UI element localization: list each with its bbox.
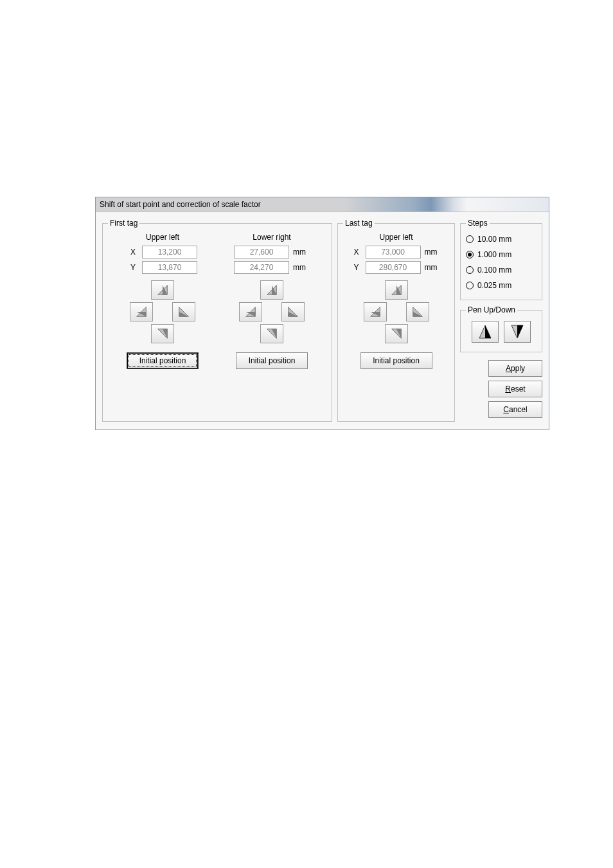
dialog-shift-start-point: Shift of start point and correction of s… (95, 197, 549, 430)
unit-mm: mm (293, 263, 310, 272)
first-lr-initial-position-button[interactable]: Initial position (236, 352, 308, 369)
arrow-right-button[interactable] (406, 302, 429, 321)
label-x: X (128, 248, 138, 257)
step-label: 0.025 mm (477, 281, 511, 290)
legend-pen: Pen Up/Down (466, 305, 517, 314)
step-option[interactable]: 10.00 mm (466, 231, 537, 247)
group-steps: Steps 10.00 mm1.000 mm0.100 mm0.025 mm (460, 219, 542, 300)
step-option[interactable]: 0.025 mm (466, 278, 537, 293)
apply-button[interactable]: Apply (488, 360, 542, 377)
arrow-down-button[interactable] (385, 324, 408, 343)
right-column: Steps 10.00 mm1.000 mm0.100 mm0.025 mm P… (460, 219, 542, 422)
arrow-right-button[interactable] (281, 302, 305, 321)
step-label: 1.000 mm (477, 250, 511, 259)
label-y: Y (351, 263, 362, 272)
header-upper-left: Upper left (379, 231, 413, 243)
pen-down-button[interactable] (504, 321, 531, 343)
arrow-down-button[interactable] (260, 324, 283, 343)
arrow-left-button[interactable] (364, 302, 387, 321)
arrow-up-button[interactable] (385, 280, 408, 300)
pen-up-button[interactable] (472, 321, 499, 343)
group-last-tag: Last tag Upper left X mm Y mm (337, 219, 455, 422)
radio-icon (466, 251, 474, 258)
legend-last-tag: Last tag (343, 219, 375, 228)
legend-steps: Steps (466, 219, 490, 228)
arrow-down-button[interactable] (151, 324, 174, 343)
arrow-right-button[interactable] (172, 302, 195, 321)
last-ul-x-input[interactable] (366, 246, 421, 258)
step-label: 0.100 mm (477, 266, 511, 275)
legend-first-tag: First tag (108, 219, 139, 228)
first-ul-initial-position-button[interactable]: Initial position (127, 352, 199, 369)
last-ul-y-input[interactable] (366, 261, 421, 274)
first-lr-dpad (239, 280, 305, 343)
unit-mm: mm (425, 263, 441, 272)
arrow-left-button[interactable] (239, 302, 262, 321)
arrow-left-button[interactable] (130, 302, 153, 321)
title-bar[interactable]: Shift of start point and correction of s… (96, 197, 549, 212)
radio-icon (466, 266, 474, 274)
dialog-title: Shift of start point and correction of s… (100, 200, 261, 209)
first-ul-y-input[interactable] (142, 261, 197, 274)
step-option[interactable]: 1.000 mm (466, 247, 537, 262)
step-option[interactable]: 0.100 mm (466, 262, 537, 278)
first-lr-y-input[interactable] (234, 261, 289, 274)
header-lower-right: Lower right (253, 231, 290, 243)
unit-mm: mm (425, 248, 441, 257)
first-tag-upper-left-col: Upper left X Y (108, 231, 217, 369)
last-ul-dpad (364, 280, 429, 343)
first-ul-dpad (130, 280, 195, 343)
label-x: X (351, 248, 362, 257)
first-ul-x-input[interactable] (142, 246, 197, 258)
dialog-body: First tag Upper left X Y (96, 212, 549, 429)
reset-button[interactable]: Reset (488, 381, 542, 397)
arrow-up-button[interactable] (260, 280, 283, 300)
first-lr-x-input[interactable] (234, 246, 289, 258)
group-first-tag: First tag Upper left X Y (102, 219, 332, 422)
group-pen-up-down: Pen Up/Down (460, 305, 542, 352)
first-tag-lower-right-col: Lower right mm mm (217, 231, 326, 369)
header-upper-left: Upper left (146, 231, 179, 243)
unit-mm: mm (293, 248, 310, 257)
last-ul-initial-position-button[interactable]: Initial position (360, 352, 432, 369)
cancel-button[interactable]: Cancel (488, 401, 542, 418)
action-buttons: Apply Reset Cancel (460, 360, 542, 422)
label-y: Y (128, 263, 138, 272)
last-tag-upper-left-col: Upper left X mm Y mm (343, 231, 449, 369)
radio-icon (466, 235, 474, 243)
radio-icon (466, 282, 474, 289)
step-label: 10.00 mm (477, 235, 511, 244)
arrow-up-button[interactable] (151, 280, 174, 300)
